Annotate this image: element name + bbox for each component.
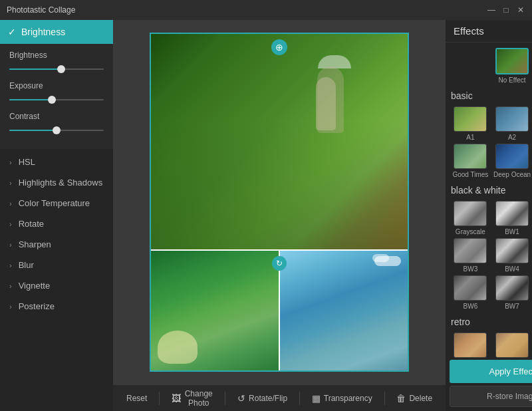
effect-bw6-thumbnail — [454, 275, 487, 301]
menu-item-posterize[interactable]: › Posterize — [0, 296, 113, 317]
menu-item-hsl[interactable]: › HSL — [0, 152, 113, 172]
menu-item-hsl-label: HSL — [19, 157, 35, 167]
rotate-flip-label: Rotate/Flip — [249, 394, 287, 403]
menu-item-posterize-label: Posterize — [19, 301, 55, 311]
effect-deepocean-label: Deep Ocean — [493, 171, 531, 178]
arrow-icon: › — [9, 220, 12, 228]
close-button[interactable]: ✕ — [516, 5, 525, 15]
effect-bw7-label: BW7 — [505, 303, 519, 310]
effect-grayscale-label: Grayscale — [456, 228, 485, 235]
effect-bw6[interactable]: BW6 — [451, 275, 490, 310]
brightness-thumb[interactable] — [57, 65, 65, 73]
change-photo-button[interactable]: 🖼 Change Photo — [165, 386, 219, 410]
retro-effects-grid: C1 C2 C3 — [451, 333, 532, 360]
menu-item-colortemp-label: Color Temperature — [19, 198, 90, 208]
photo-bottom-right[interactable] — [280, 251, 408, 370]
menu-item-colortemp[interactable]: › Color Temperature — [0, 193, 113, 213]
window-controls: — □ ✕ — [487, 5, 525, 15]
main-layout: ✓ Brightness Brightness Exposure Contras… — [0, 20, 532, 411]
menu-item-highlights[interactable]: › Highlights & Shadows — [0, 172, 113, 193]
effect-goodtimes-label: Good Times — [452, 171, 488, 178]
menu-item-sharpen-label: Sharpen — [19, 239, 51, 249]
menu-item-blur-label: Blur — [19, 260, 34, 270]
separator-1 — [159, 392, 160, 405]
rotate-flip-icon: ↺ — [237, 393, 245, 404]
effect-a2-thumbnail — [495, 106, 529, 132]
check-icon: ✓ — [8, 27, 16, 37]
effect-c1[interactable]: C1 — [451, 333, 490, 360]
titlebar: Phototastic Collage — □ ✕ — [0, 0, 532, 20]
effect-a1[interactable]: A1 — [451, 106, 490, 141]
menu-item-vignette-label: Vignette — [19, 281, 50, 291]
effects-panel-title: Effects — [446, 20, 532, 43]
effect-bw1-thumbnail — [495, 201, 529, 226]
effect-deepocean-thumbnail — [495, 144, 529, 169]
effect-bw1[interactable]: BW1 — [493, 201, 532, 235]
minimize-button[interactable]: — — [487, 5, 496, 15]
brightness-label: Brightness — [9, 51, 104, 60]
retro-section-title: retro — [451, 317, 532, 327]
effect-c2[interactable]: C2 — [493, 333, 532, 360]
exposure-thumb[interactable] — [48, 96, 56, 104]
effects-panel: Effects No Effect basic A1 A2 — [446, 20, 532, 411]
reset-button[interactable]: Reset — [120, 391, 154, 406]
separator-3 — [299, 392, 300, 405]
menu-items-list: › HSL › Highlights & Shadows › Color Tem… — [0, 149, 113, 319]
contrast-slider[interactable] — [9, 125, 104, 136]
delete-button[interactable]: 🗑 Delete — [390, 390, 439, 406]
center-area: ⊕ ↻ — [113, 20, 446, 411]
effect-grayscale[interactable]: Grayscale — [451, 201, 490, 235]
effect-actions: Apply Effect R-store Image — [446, 360, 532, 411]
transparency-button[interactable]: ▦ Transparency — [305, 390, 379, 406]
contrast-fill — [9, 130, 57, 131]
effect-deepocean[interactable]: Deep Ocean — [493, 144, 532, 178]
brightness-header-label: Brightness — [21, 27, 65, 37]
effect-bw4[interactable]: BW4 — [493, 238, 532, 273]
photo-collage[interactable]: ⊕ ↻ — [150, 33, 409, 372]
photo-bottom-left[interactable] — [151, 251, 280, 370]
no-effect-item[interactable]: No Effect — [451, 48, 532, 84]
arrow-icon: › — [9, 241, 12, 249]
exposure-slider[interactable] — [9, 94, 104, 105]
basic-section-title: basic — [451, 90, 532, 101]
no-effect-label: No Effect — [499, 76, 526, 84]
effect-c2-thumbnail — [495, 333, 529, 358]
bw-effects-grid: Grayscale BW1 BW2 BW3 BW4 — [451, 201, 532, 310]
maximize-button[interactable]: □ — [501, 5, 511, 15]
effect-goodtimes[interactable]: Good Times — [451, 144, 490, 178]
effect-a1-thumbnail — [454, 106, 487, 132]
menu-item-rotate[interactable]: › Rotate — [0, 213, 113, 234]
restore-image-button[interactable]: R-store Image — [450, 386, 532, 407]
effect-bw4-label: BW4 — [505, 265, 519, 273]
contrast-label: Contrast — [9, 112, 104, 121]
effect-bw3[interactable]: BW3 — [451, 238, 490, 273]
effect-bw7[interactable]: BW7 — [493, 275, 532, 310]
change-photo-label: Change Photo — [184, 389, 213, 408]
menu-item-rotate-label: Rotate — [19, 219, 44, 229]
effect-bw6-label: BW6 — [464, 303, 478, 310]
effect-bw1-label: BW1 — [505, 228, 519, 235]
brightness-slider[interactable] — [9, 64, 104, 74]
brightness-fill — [9, 68, 61, 70]
arrow-icon: › — [9, 179, 12, 187]
effect-c1-thumbnail — [454, 333, 487, 358]
left-panel: ✓ Brightness Brightness Exposure Contras… — [0, 20, 113, 411]
effect-a2[interactable]: A2 — [493, 106, 532, 141]
effects-list: No Effect basic A1 A2 A3 — [446, 43, 532, 360]
rotate-flip-button[interactable]: ↺ Rotate/Flip — [231, 390, 294, 406]
menu-item-sharpen[interactable]: › Sharpen — [0, 234, 113, 255]
menu-item-vignette[interactable]: › Vignette — [0, 275, 113, 296]
arrow-icon: › — [9, 261, 12, 269]
basic-effects-grid: A1 A2 A3 Good Times Deep Ocean — [451, 106, 532, 178]
bw-section-title: black & white — [451, 185, 532, 196]
effect-goodtimes-thumbnail — [454, 144, 487, 169]
apply-effect-button[interactable]: Apply Effect — [450, 360, 532, 383]
photo-top-background — [151, 34, 408, 249]
contrast-thumb[interactable] — [53, 126, 61, 134]
move-icon[interactable]: ⊕ — [271, 39, 287, 55]
menu-item-blur[interactable]: › Blur — [0, 255, 113, 275]
rotate-icon[interactable]: ↻ — [272, 256, 287, 271]
delete-label: Delete — [409, 394, 432, 403]
reset-label: Reset — [126, 394, 147, 403]
photo-top[interactable] — [151, 34, 408, 251]
